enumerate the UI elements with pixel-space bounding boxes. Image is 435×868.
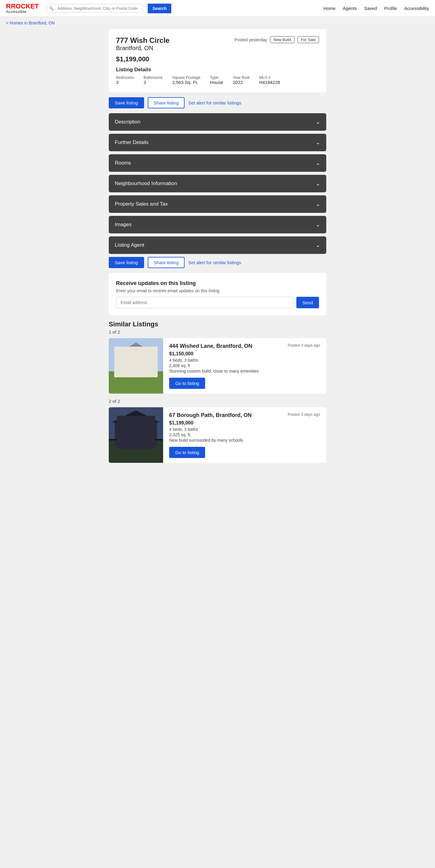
- type-label: Type: [210, 75, 223, 80]
- accordion-description[interactable]: Description⌄: [109, 113, 326, 131]
- svg-rect-22: [132, 434, 141, 446]
- accordions-container: Description⌄Further Details⌄Rooms⌄Neighb…: [109, 113, 326, 254]
- email-input[interactable]: [116, 297, 293, 308]
- nav-saved[interactable]: Saved: [364, 6, 377, 11]
- share-listing-button-bottom[interactable]: Share listing: [148, 257, 185, 268]
- for-sale-badge: For Sale: [297, 36, 319, 43]
- svg-rect-12: [130, 367, 142, 377]
- action-buttons-top: Save listing Share listing Set alert for…: [109, 97, 326, 108]
- listing-header: 777 Wish Circle Brantford, ON Posted yes…: [116, 36, 319, 52]
- breadcrumb[interactable]: < Homes in Brantford, ON: [0, 17, 435, 29]
- similar-card-header-1: 444 Wished Lane, Brantford, ON Posted 3 …: [169, 343, 320, 349]
- year-label: Year Built: [233, 75, 250, 80]
- svg-rect-23: [132, 435, 140, 446]
- accordion-label-5: Images: [115, 222, 132, 228]
- sqft-label: Square Footage: [172, 75, 200, 80]
- accordion-label-1: Further Details: [115, 140, 148, 146]
- search-button[interactable]: Search: [148, 4, 172, 13]
- accordion-rooms[interactable]: Rooms⌄: [109, 154, 326, 172]
- accordion-neighbourhood-information[interactable]: Neighbourhood Information⌄: [109, 175, 326, 192]
- mls-value: H4184228: [259, 80, 280, 85]
- nav-agents[interactable]: Agents: [343, 6, 357, 11]
- svg-rect-1: [109, 371, 163, 393]
- similar-card-1: 444 Wished Lane, Brantford, ON Posted 3 …: [109, 338, 326, 394]
- email-updates-title: Receive updates on this listing: [116, 280, 319, 286]
- search-input[interactable]: [56, 4, 143, 12]
- accordion-label-4: Property Sales and Tax: [115, 201, 168, 207]
- email-updates-description: Enter your email to receive email update…: [116, 288, 319, 293]
- accordion-listing-agent[interactable]: Listing Agent⌄: [109, 237, 326, 254]
- listing-count-1: 1 of 2: [109, 330, 326, 335]
- logo-rocket-label: ROCKET: [11, 2, 39, 10]
- header: RROCKET Accessible 🔍 Search Home Agents …: [0, 0, 435, 17]
- svg-rect-7: [140, 363, 153, 377]
- svg-rect-19: [142, 428, 154, 446]
- nav-home[interactable]: Home: [323, 6, 336, 11]
- similar-card-image-1: [109, 338, 163, 394]
- similar-card-sqft-1: 2,408 sq. ft: [169, 363, 320, 368]
- listing-card: 777 Wish Circle Brantford, ON Posted yes…: [109, 29, 326, 92]
- similar-card-desc-1: Stunning custom build, close to many eme…: [169, 369, 320, 373]
- mls-label: MLS #: [259, 75, 280, 80]
- svg-rect-21: [143, 429, 153, 437]
- search-bar: 🔍: [46, 4, 143, 13]
- set-alert-link-bottom[interactable]: Set alert for similar listings: [188, 260, 241, 265]
- type-value: House: [210, 80, 223, 85]
- accordion-label-6: Listing Agent: [115, 242, 144, 248]
- svg-rect-4: [118, 362, 133, 377]
- nav-profile[interactable]: Profile: [384, 6, 397, 11]
- share-listing-button-top[interactable]: Share listing: [148, 97, 185, 108]
- accordion-further-details[interactable]: Further Details⌄: [109, 134, 326, 151]
- email-form: Send: [116, 297, 319, 308]
- similar-card-price-2: $1,199,000: [169, 420, 320, 426]
- set-alert-link-top[interactable]: Set alert for similar listings: [188, 100, 241, 105]
- sqft-value: 2,563 Sq. Ft.: [172, 80, 198, 85]
- go-to-listing-button-1[interactable]: Go to listing: [169, 378, 205, 389]
- svg-rect-20: [118, 429, 129, 437]
- similar-card-address-2: 67 Borough Path, Brantford, ON: [169, 412, 252, 418]
- go-to-listing-button-2[interactable]: Go to listing: [169, 447, 205, 458]
- year-value: 2022: [233, 80, 243, 85]
- main-nav: Home Agents Saved Profile Accessibility: [323, 6, 429, 11]
- svg-rect-2: [115, 355, 157, 377]
- logo-accessible: Accessible: [6, 10, 39, 13]
- nav-accessibility[interactable]: Accessibility: [404, 6, 429, 11]
- accordion-images[interactable]: Images⌄: [109, 216, 326, 234]
- send-button[interactable]: Send: [296, 297, 319, 308]
- new-build-badge: New Build: [270, 36, 294, 43]
- listing-posted: Posted yesterday: [234, 37, 267, 42]
- logo-rocket-text: R: [6, 2, 11, 10]
- save-listing-button-bottom[interactable]: Save listing: [109, 257, 144, 268]
- logo: RROCKET Accessible: [6, 3, 39, 13]
- detail-sqft: Square Footage 2,563 Sq. Ft.: [172, 75, 200, 85]
- similar-card-beds-1: 4 beds, 3 baths: [169, 358, 320, 363]
- accordion-label-0: Description: [115, 119, 141, 125]
- listing-price: $1,199,000: [116, 55, 319, 63]
- similar-card-address-1: 444 Wished Lane, Brantford, ON: [169, 343, 252, 349]
- detail-bathrooms: Bathrooms 3: [144, 75, 163, 85]
- accordion-label-2: Rooms: [115, 160, 131, 166]
- detail-type: Type House: [210, 75, 223, 85]
- detail-year: Year Built 2022: [233, 75, 250, 85]
- similar-listings-title: Similar Listings: [109, 320, 326, 328]
- svg-rect-13: [130, 367, 141, 377]
- listing-address: 777 Wish Circle: [116, 36, 170, 45]
- detail-mls: MLS # H4184228: [259, 75, 280, 85]
- listing-count-2: 2 of 2: [109, 399, 326, 404]
- chevron-down-icon: ⌄: [316, 119, 320, 125]
- chevron-down-icon: ⌄: [316, 201, 320, 208]
- similar-card-2: 67 Borough Path, Brantford, ON Posted 3 …: [109, 407, 326, 463]
- chevron-down-icon: ⌄: [316, 139, 320, 146]
- svg-point-26: [141, 428, 155, 438]
- listing-meta: Posted yesterday New Build For Sale: [234, 36, 319, 43]
- similar-card-body-2: 67 Borough Path, Brantford, ON Posted 3 …: [163, 407, 326, 463]
- action-buttons-bottom: Save listing Share listing Set alert for…: [109, 257, 326, 268]
- bathrooms-label: Bathrooms: [144, 75, 163, 80]
- accordion-property-sales-and-tax[interactable]: Property Sales and Tax⌄: [109, 195, 326, 213]
- similar-card-posted-1: Posted 3 days ago: [288, 343, 320, 347]
- similar-card-price-1: $1,150,000: [169, 351, 320, 356]
- svg-point-25: [117, 428, 130, 438]
- similar-card-header-2: 67 Borough Path, Brantford, ON Posted 3 …: [169, 412, 320, 418]
- svg-rect-16: [115, 423, 157, 446]
- save-listing-button-top[interactable]: Save listing: [109, 97, 144, 108]
